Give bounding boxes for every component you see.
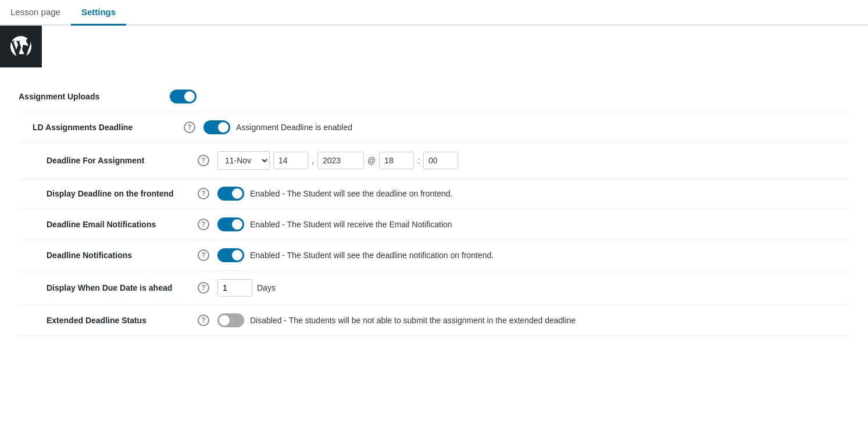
month-select[interactable]: 11-Nov 01-Jan 02-Feb 03-Mar 04-Apr 05-Ma… [217,151,270,170]
help-icon-display-deadline[interactable]: ? [198,188,209,199]
days-input[interactable] [217,279,252,297]
toggle-deadline-email[interactable] [217,217,244,231]
row-display-when-due: Display When Due Date is ahead ? Days [19,271,849,305]
tab-lesson-page[interactable]: Lesson page [0,0,71,26]
desc-display-deadline: Enabled - The Student will see the deadl… [250,189,452,198]
year-input[interactable] [317,152,364,169]
desc-deadline-notifications: Enabled - The Student will see the deadl… [250,251,494,260]
label-assignment-uploads: Assignment Uploads [19,92,170,101]
row-assignment-uploads: Assignment Uploads [19,81,849,112]
toggle-extended-deadline[interactable] [217,313,244,327]
desc-deadline-email: Enabled - The Student will receive the E… [250,220,452,229]
controls-deadline-email-notifications: ? Enabled - The Student will receive the… [198,217,849,231]
label-display-when-due: Display When Due Date is ahead [47,283,198,292]
at-symbol: @ [367,156,376,165]
help-icon-deadline-email[interactable]: ? [198,219,209,230]
controls-display-deadline-frontend: ? Enabled - The Student will see the dea… [198,187,849,201]
days-label: Days [257,283,276,292]
controls-extended-deadline: ? Disabled - The students will be not ab… [198,313,849,327]
row-extended-deadline-status: Extended Deadline Status ? Disabled - Th… [19,305,849,336]
row-deadline-for-assignment: Deadline For Assignment ? 11-Nov 01-Jan … [19,143,849,178]
desc-extended-deadline: Disabled - The students will be not able… [250,316,576,325]
minute-input[interactable] [423,152,458,169]
help-icon-deadline-notif[interactable]: ? [198,249,209,261]
toggle-ld-deadline[interactable] [203,120,230,134]
label-extended-deadline: Extended Deadline Status [47,316,198,325]
controls-display-when-due: ? Days [198,279,849,297]
day-input[interactable] [273,152,308,169]
help-icon-due-date[interactable]: ? [198,282,209,294]
settings-content: Assignment Uploads LD Assignments Deadli… [0,67,868,355]
tabs-bar: Lesson page Settings [0,0,868,26]
hour-input[interactable] [379,152,414,169]
controls-assignment-uploads [170,90,849,103]
label-deadline-for-assignment: Deadline For Assignment [47,156,198,165]
label-display-deadline-frontend: Display Deadline on the frontend [47,189,198,198]
colon-separator: : [417,156,420,165]
comma-separator: , [312,156,314,165]
controls-deadline-for-assignment: ? 11-Nov 01-Jan 02-Feb 03-Mar 04-Apr 05-… [198,151,849,170]
tab-settings[interactable]: Settings [71,0,126,26]
controls-deadline-notifications: ? Enabled - The Student will see the dea… [198,248,849,262]
toggle-assignment-uploads[interactable] [170,90,197,103]
toggle-deadline-notifications[interactable] [217,248,244,262]
controls-ld-assignments-deadline: ? Assignment Deadline is enabled [184,120,849,134]
help-icon-ld-deadline[interactable]: ? [184,122,195,133]
wp-icon [9,34,33,59]
help-icon-deadline-assignment[interactable]: ? [198,155,209,166]
row-deadline-notifications: Deadline Notifications ? Enabled - The S… [19,240,849,271]
label-deadline-notifications: Deadline Notifications [47,251,198,260]
row-display-deadline-frontend: Display Deadline on the frontend ? Enabl… [19,178,849,209]
row-ld-assignments-deadline: LD Assignments Deadline ? Assignment Dea… [19,112,849,143]
label-ld-assignments-deadline: LD Assignments Deadline [33,123,184,132]
toggle-display-deadline[interactable] [217,187,244,201]
row-deadline-email-notifications: Deadline Email Notifications ? Enabled -… [19,209,849,240]
days-input-wrap: Days [217,279,276,297]
wordpress-logo [0,26,42,67]
label-deadline-email-notifications: Deadline Email Notifications [47,220,198,229]
date-fields: 11-Nov 01-Jan 02-Feb 03-Mar 04-Apr 05-Ma… [217,151,458,170]
desc-ld-deadline: Assignment Deadline is enabled [236,123,352,132]
help-icon-extended-deadline[interactable]: ? [198,315,209,326]
